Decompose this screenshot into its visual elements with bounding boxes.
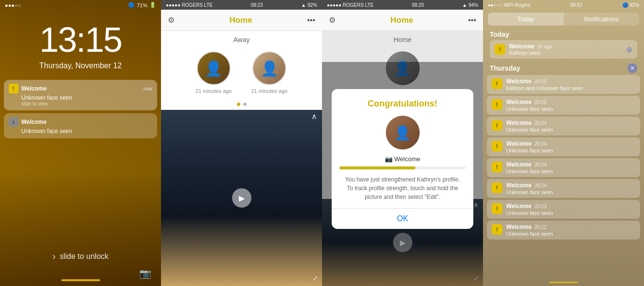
congratulations-modal: Congratulations! 👤 📷 Welcome You have ju… <box>332 89 473 229</box>
away-nav-bar: ⚙ Home ••• <box>161 10 322 31</box>
modal-ok-button[interactable]: OK <box>339 209 466 229</box>
notif-body-2: Unknown face seen <box>506 127 635 133</box>
lock-battery-icon: 🔋 <box>149 2 156 8</box>
notif-bottom-bar <box>483 279 644 286</box>
home-indicator <box>549 282 578 283</box>
away-carrier: ●●●●● ROGERS LTE <box>166 2 213 8</box>
chevron-right-icon: › <box>52 251 56 262</box>
today-item-time: 1h ago <box>537 44 552 49</box>
face1-time: 21 minutes ago <box>195 88 232 94</box>
notifications-panel: ●●○○○ WiFi Rogers 09:52 🔵 92% Today Noti… <box>483 0 644 286</box>
home-nav-title: Home <box>390 15 413 25</box>
notif-content-6: Welcome 20:23 Unknown face seen <box>506 203 635 216</box>
notif-row-4: ! Welcome 20:24 Unknown face seen <box>487 158 640 177</box>
face-item-2: 👤 21 minutes ago <box>251 51 288 94</box>
lock-notif1-body: Unknown face seen <box>9 94 152 101</box>
home-time: 08:20 <box>412 2 424 8</box>
notif-battery: 92% <box>629 2 639 8</box>
lock-notif1-time: now <box>144 86 152 91</box>
clear-thursday-button[interactable]: ✕ <box>628 63 637 73</box>
notif-app-1: Welcome <box>506 99 531 105</box>
camera-icon[interactable]: 📷 <box>139 268 151 279</box>
notif-app-3: Welcome <box>506 140 531 147</box>
notif-content-4: Welcome 20:24 Unknown face seen <box>506 161 635 174</box>
chevron-up-icon[interactable]: ∧ <box>311 112 317 121</box>
notif-row-3: ! Welcome 20:24 Unknown face seen <box>487 137 640 156</box>
menu-icon[interactable]: ••• <box>307 16 315 25</box>
face-item-1: 👤 21 minutes ago <box>195 51 232 94</box>
notif-row-0: ! Welcome 20:25 Kathryn and Unknown face… <box>487 75 640 94</box>
away-section-label: Away <box>161 31 322 46</box>
notif-time-0: 20:25 <box>534 79 546 84</box>
lock-notif-2[interactable]: i Welcome Unknown face seen <box>4 113 157 138</box>
notif-time-6: 20:23 <box>534 204 546 209</box>
notif-body-1: Unknown face seen <box>506 106 635 112</box>
home-bar <box>61 279 100 281</box>
lock-notif1-slide: slide to view <box>9 101 152 106</box>
lock-carrier: ●●●○○ <box>5 2 21 8</box>
notif-app-7: Welcome <box>506 224 531 230</box>
home-settings-icon[interactable]: ⚙ <box>329 15 336 25</box>
today-item-body: Kathryn seen <box>509 50 622 56</box>
notif-row-6: ! Welcome 20:23 Unknown face seen <box>487 200 640 219</box>
away-status-icons: ▲ 92% <box>301 2 317 8</box>
face2-time: 21 minutes ago <box>251 88 288 94</box>
notif-body-6: Unknown face seen <box>506 210 635 216</box>
settings-icon[interactable]: ⚙ <box>168 15 175 25</box>
notif-time-1: 20:25 <box>534 100 546 105</box>
lock-bluetooth: 🔵 <box>128 2 135 8</box>
away-faces-row: 👤 21 minutes ago 👤 21 minutes ago <box>161 46 322 99</box>
notif-body-3: Unknown face seen <box>506 148 635 153</box>
home-signal-icon: ▲ <box>462 2 467 8</box>
welcome-app-icon: ! <box>9 84 18 93</box>
away-nav-title: Home <box>229 15 252 25</box>
notif-time-5: 20:24 <box>534 183 546 188</box>
away-camera-feed[interactable]: ▶ ∧ ⤢ <box>161 110 322 286</box>
thursday-section-header: Thursday ✕ <box>483 61 644 75</box>
away-time: 08:23 <box>251 2 263 8</box>
home-nav-bar: ⚙ Home ••• <box>322 10 483 31</box>
home-status-bar: ●●●●● ROGERS LTE 08:20 ▲ 94% <box>322 0 483 10</box>
lock-date: Thursday, November 12 <box>39 61 121 70</box>
notif-row-5: ! Welcome 20:24 Unknown face seen <box>487 179 640 198</box>
lock-screen: ●●●○○ 🔵 71% 🔋 13:15 Thursday, November 1… <box>0 0 161 286</box>
play-button[interactable]: ▶ <box>232 188 251 208</box>
notif-time: 09:52 <box>570 2 582 8</box>
notif-app-6: Welcome <box>506 203 531 210</box>
home-menu-icon[interactable]: ••• <box>468 16 476 25</box>
notif-row-1: ! Welcome 20:25 Unknown face seen <box>487 96 640 115</box>
notif-row-2: ! Welcome 20:24 Unknown face seen <box>487 117 640 135</box>
lock-battery: 71% <box>137 2 147 8</box>
today-notif-row: ! Welcome 1h ago Kathryn seen ⊕ <box>490 40 637 59</box>
notif-list: ! Welcome 20:25 Kathryn and Unknown face… <box>483 75 644 279</box>
expand-icon-today: ⊕ <box>626 45 632 54</box>
face-avatar-male: 👤 <box>197 51 231 85</box>
notif-time-4: 20:24 <box>534 162 546 167</box>
slide-to-unlock[interactable]: › slide to unlock <box>52 251 108 262</box>
notif-bluetooth-icon: 🔵 <box>622 2 628 8</box>
camera-feed-inner: ▶ <box>161 110 322 286</box>
face-avatar-female: 👤 <box>252 51 286 85</box>
lock-notif2-app: Welcome <box>21 119 46 125</box>
notif-app-4: Welcome <box>506 161 531 168</box>
tab-today[interactable]: Today <box>488 13 564 26</box>
expand-icon[interactable]: ⤢ <box>312 274 318 282</box>
notif-time-3: 20:24 <box>534 141 546 147</box>
home-status-icons: ▲ 94% <box>462 2 478 8</box>
today-section-label: Today <box>490 30 637 38</box>
notif-content-5: Welcome 20:24 Unknown face seen <box>506 182 635 195</box>
notif-body-0: Kathryn and Unknown face seen <box>506 85 635 91</box>
notif-content-0: Welcome 20:25 Kathryn and Unknown face s… <box>506 78 635 91</box>
notif-content-3: Welcome 20:24 Unknown face seen <box>506 140 635 153</box>
modal-avatar: 👤 <box>386 116 420 150</box>
notif-app-0: Welcome <box>506 78 531 85</box>
away-status-bar: ●●●●● ROGERS LTE 08:23 ▲ 92% <box>161 0 322 10</box>
lock-notif-1[interactable]: ! Welcome now Unknown face seen slide to… <box>4 80 157 110</box>
today-section: Today ! Welcome 1h ago Kathryn seen ⊕ <box>483 29 644 61</box>
notif-app-2: Welcome <box>506 120 531 126</box>
notif-content-2: Welcome 20:24 Unknown face seen <box>506 120 635 133</box>
notif-body-4: Unknown face seen <box>506 168 635 174</box>
modal-cam-label: 📷 Welcome <box>339 155 466 163</box>
tab-notifications[interactable]: Notifications <box>564 13 640 26</box>
notif-time-7: 20:22 <box>534 225 546 230</box>
